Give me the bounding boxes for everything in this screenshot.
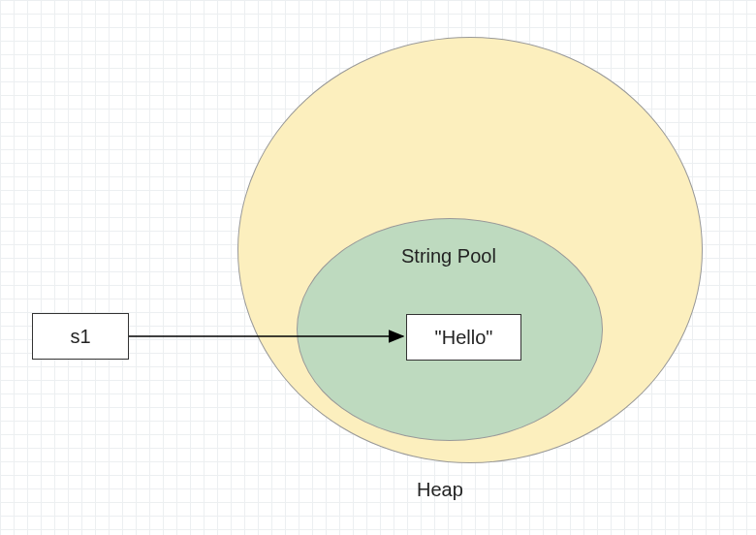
reference-arrow: [0, 0, 756, 535]
